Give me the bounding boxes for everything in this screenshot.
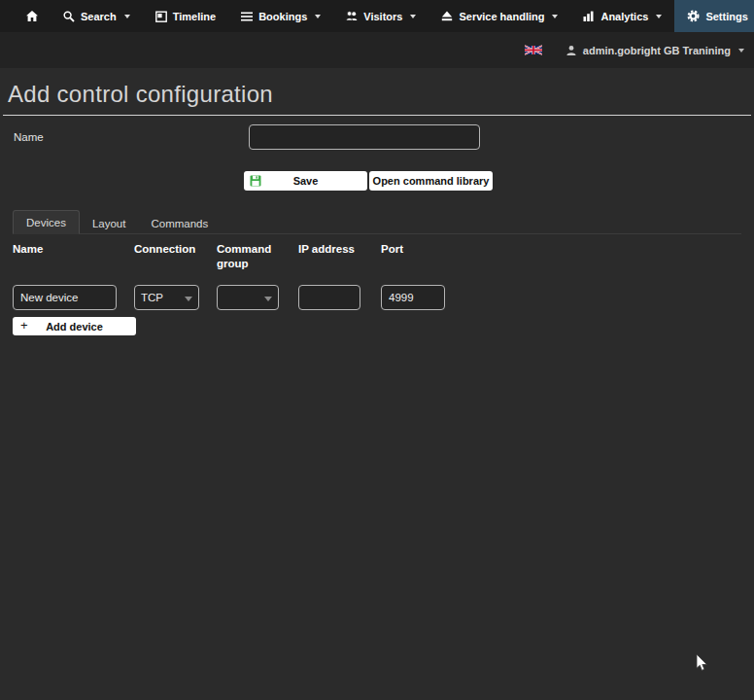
user-bar: admin.gobright GB Tranining [0, 32, 754, 68]
device-name-input[interactable] [13, 285, 117, 310]
person-icon [566, 45, 577, 56]
people-icon [346, 11, 358, 21]
nav-timeline-label: Timeline [173, 11, 216, 22]
bar-chart-icon [583, 11, 595, 21]
name-label: Name [0, 124, 249, 150]
nav-settings-label: Settings [705, 11, 747, 22]
nav-service-handling-label: Service handling [459, 11, 544, 22]
user-menu-label: admin.gobright GB Tranining [583, 45, 731, 56]
devices-table: Name Connection Command group IP address… [0, 242, 754, 335]
command-group-select[interactable] [217, 285, 279, 310]
gear-icon [687, 10, 700, 22]
chevron-down-icon [410, 15, 416, 18]
nav-service-handling[interactable]: Service handling [428, 0, 570, 32]
nav-analytics[interactable]: Analytics [570, 0, 674, 32]
header-name: Name [13, 242, 134, 271]
nav-analytics-label: Analytics [600, 11, 648, 22]
nav-bookings[interactable]: Bookings [228, 0, 333, 32]
open-command-library-button[interactable]: Open command library [369, 171, 493, 191]
add-device-button[interactable]: + Add device [13, 317, 136, 335]
action-buttons: Save Open command library [244, 171, 754, 191]
port-input[interactable] [381, 285, 445, 310]
tab-devices[interactable]: Devices [13, 210, 80, 234]
connection-select[interactable]: TCP [134, 285, 199, 310]
calendar-icon [155, 11, 167, 22]
uk-flag-icon[interactable] [525, 45, 542, 55]
eject-icon [441, 11, 453, 21]
nav-search-label: Search [81, 11, 117, 22]
page-title: Add control configuration [8, 81, 754, 108]
title-divider [3, 115, 751, 116]
open-command-library-label: Open command library [373, 175, 490, 187]
add-device-label: Add device [46, 321, 103, 332]
tab-layout[interactable]: Layout [80, 212, 139, 234]
main-content: Add control configuration Name Save Open… [0, 68, 754, 700]
nav-home[interactable] [14, 0, 51, 32]
connection-select-value: TCP [141, 292, 163, 303]
name-form-row: Name [0, 124, 754, 150]
user-menu[interactable]: admin.gobright GB Tranining [566, 45, 744, 56]
header-port: Port [381, 242, 449, 271]
device-row: TCP [13, 285, 754, 310]
save-floppy-icon [250, 175, 261, 187]
header-ip-address: IP address [298, 242, 381, 271]
chevron-down-icon [552, 15, 558, 18]
chevron-down-icon [315, 15, 321, 18]
nav-visitors-label: Visitors [363, 11, 402, 22]
header-connection: Connection [134, 242, 217, 271]
main-navbar: Search Timeline Bookings Visitors Servic… [0, 0, 754, 32]
nav-settings[interactable]: Settings [674, 0, 754, 32]
chevron-down-icon [185, 297, 192, 301]
save-button-label: Save [293, 175, 319, 187]
chevron-down-icon [264, 297, 272, 301]
nav-visitors[interactable]: Visitors [333, 0, 428, 32]
chevron-down-icon [656, 15, 662, 18]
tab-bar: Devices Layout Commands [13, 210, 741, 234]
header-command-group: Command group [217, 242, 298, 271]
nav-timeline[interactable]: Timeline [143, 0, 228, 32]
home-icon [26, 11, 38, 21]
chevron-down-icon [738, 49, 744, 52]
devices-table-header: Name Connection Command group IP address… [13, 242, 754, 271]
list-icon [241, 12, 253, 21]
search-icon [63, 11, 75, 22]
save-button[interactable]: Save [244, 171, 367, 191]
ip-address-input[interactable] [298, 285, 360, 310]
name-input[interactable] [249, 124, 480, 150]
chevron-down-icon [124, 15, 130, 18]
nav-search[interactable]: Search [51, 0, 143, 32]
tab-commands[interactable]: Commands [138, 212, 221, 234]
nav-bookings-label: Bookings [258, 11, 307, 22]
plus-icon: + [20, 318, 28, 332]
